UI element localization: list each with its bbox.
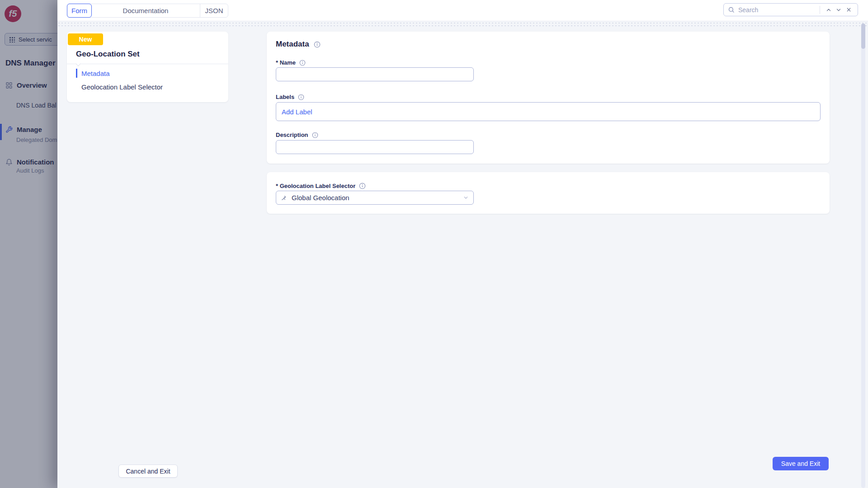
labels-label: Labels xyxy=(276,94,294,100)
chevron-down-icon xyxy=(463,195,469,201)
search-icon xyxy=(728,6,735,13)
geolocation-selector-card: * Geolocation Label Selector Global Geol… xyxy=(267,172,830,214)
dropdown-value: Global Geolocation xyxy=(292,194,463,202)
app-sidebar: f5 Select servic DNS Manager Overview DN… xyxy=(0,0,57,488)
dotted-texture xyxy=(57,22,868,27)
chevron-down-icon xyxy=(835,7,842,13)
cancel-and-exit-button[interactable]: Cancel and Exit xyxy=(118,465,178,478)
modal-dim-overlay xyxy=(0,0,57,488)
selector-label: * Geolocation Label Selector xyxy=(276,183,355,189)
drawer-topbar: Form Documentation JSON xyxy=(57,0,868,21)
info-icon[interactable] xyxy=(312,132,318,138)
description-label: Description xyxy=(276,131,308,138)
nav-item-label: Geolocation Label Selector xyxy=(81,83,163,91)
close-icon xyxy=(846,7,852,13)
name-label-row: * Name xyxy=(276,59,306,66)
find-close-button[interactable] xyxy=(844,5,854,15)
name-label: * Name xyxy=(276,59,296,66)
nav-item-metadata[interactable]: Metadata xyxy=(76,69,110,78)
new-badge: New xyxy=(68,33,103,45)
search-input[interactable] xyxy=(738,6,816,14)
find-next-button[interactable] xyxy=(834,5,844,15)
tab-documentation[interactable]: Documentation xyxy=(91,4,200,17)
labels-label-row: Labels xyxy=(276,94,304,100)
find-bar xyxy=(723,3,858,16)
description-label-row: Description xyxy=(276,131,318,138)
info-icon[interactable] xyxy=(314,41,321,48)
info-icon[interactable] xyxy=(359,183,366,189)
info-icon[interactable] xyxy=(299,60,306,66)
name-input[interactable] xyxy=(276,67,474,81)
active-item-bar xyxy=(76,69,77,78)
geo-location-set-drawer: Form Documentation JSON New Geo-Location… xyxy=(57,0,868,488)
nav-divider xyxy=(67,64,228,64)
section-heading: Metadata xyxy=(276,40,309,49)
selector-label-row: * Geolocation Label Selector xyxy=(276,183,366,189)
labels-input[interactable]: Add Label xyxy=(276,102,821,121)
description-input[interactable] xyxy=(276,140,474,154)
object-title: Geo-Location Set xyxy=(76,50,140,59)
view-tabs: Form Documentation JSON xyxy=(67,4,228,18)
metadata-heading-row: Metadata xyxy=(276,40,321,49)
geolocation-selector-dropdown[interactable]: Global Geolocation xyxy=(276,191,474,205)
chevron-up-icon xyxy=(826,7,832,13)
nav-item-label: Metadata xyxy=(81,70,110,77)
info-icon[interactable] xyxy=(298,94,304,100)
find-previous-button[interactable] xyxy=(824,5,834,15)
scrollbar-thumb[interactable] xyxy=(861,23,865,49)
metadata-section-card: Metadata * Name Labels Add Label Descrip… xyxy=(267,32,830,164)
tab-json[interactable]: JSON xyxy=(200,4,228,17)
save-and-exit-button[interactable]: Save and Exit xyxy=(773,457,829,470)
branch-icon xyxy=(281,194,288,202)
add-label-button[interactable]: Add Label xyxy=(282,108,312,116)
vertical-scrollbar[interactable] xyxy=(861,23,865,488)
search-divider xyxy=(820,6,820,14)
divider-notch-icon xyxy=(75,61,80,66)
tab-form[interactable]: Form xyxy=(67,4,92,18)
object-nav-card: New Geo-Location Set Metadata Geolocatio… xyxy=(67,32,228,102)
nav-item-geolocation-label-selector[interactable]: Geolocation Label Selector xyxy=(81,82,163,91)
